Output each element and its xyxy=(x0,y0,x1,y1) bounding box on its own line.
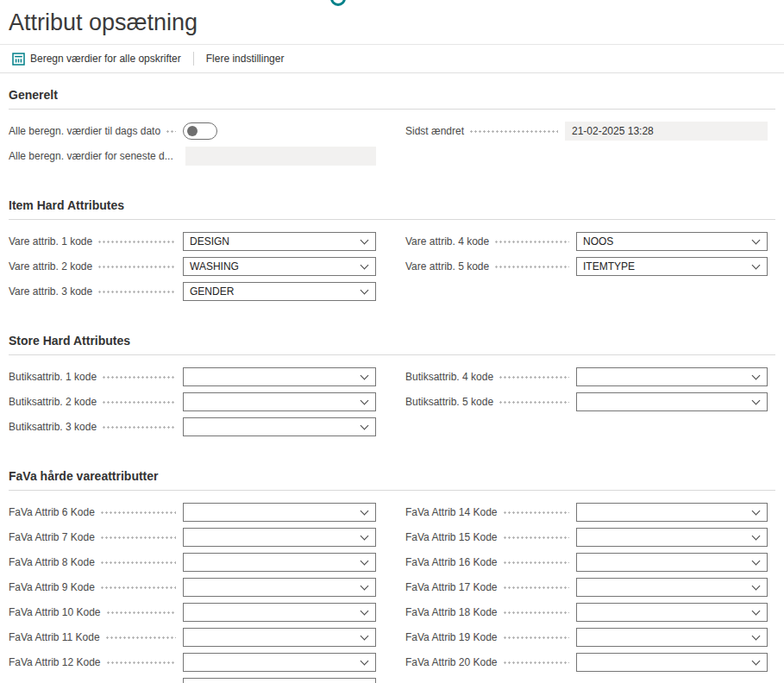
combo-value: WASHING xyxy=(190,260,361,273)
toggle-knob xyxy=(187,126,198,136)
field-row: Vare attrib. 5 kode ITEMTYPE xyxy=(405,254,768,279)
field-label: Butiksattrib. 5 kode xyxy=(405,396,497,408)
fava-attrib-7-kode-combobox[interactable] xyxy=(183,528,376,547)
chevron-down-icon xyxy=(361,508,369,517)
butiksattrib-1-kode-combobox[interactable] xyxy=(183,367,376,386)
fava-attrib-14-kode-combobox[interactable] xyxy=(576,503,768,522)
field-label: FaVa Attrib 8 Kode xyxy=(9,556,98,568)
dotted-leader xyxy=(100,511,176,514)
field-row: FaVa Attrib 20 Kode xyxy=(405,649,768,674)
chevron-down-icon xyxy=(752,373,761,381)
vare-attrib-4-kode-combobox[interactable]: NOOS xyxy=(576,232,768,251)
field-label: Butiksattrib. 1 kode xyxy=(9,371,100,383)
section-general: Generelt Alle beregn. værdier til dags d… xyxy=(9,84,775,168)
section-heading-general: Generelt xyxy=(9,84,775,110)
chevron-down-icon xyxy=(361,658,369,667)
field-label: FaVa Attrib 10 Kode xyxy=(9,606,104,618)
fava-attrib-8-kode-combobox[interactable] xyxy=(183,553,376,572)
chevron-down-icon xyxy=(752,608,761,617)
chevron-down-icon xyxy=(752,508,761,517)
fava-attrib-19-kode-combobox[interactable] xyxy=(576,628,768,647)
field-row: FaVa Attrib 16 Kode xyxy=(405,549,768,574)
calc-values-button-label: Beregn værdier for alle opskrifter xyxy=(30,53,181,65)
field-label: Vare attrib. 3 kode xyxy=(9,285,96,298)
dotted-leader xyxy=(97,266,176,268)
dotted-leader xyxy=(499,376,569,379)
fava-attrib-13-kode-combobox[interactable] xyxy=(183,678,376,683)
field-label: Alle beregn. værdier for seneste d... xyxy=(9,150,177,162)
chevron-down-icon xyxy=(752,558,761,567)
dotted-leader xyxy=(469,130,558,133)
field-row: FaVa Attrib 13 Kode xyxy=(9,674,376,683)
field-row: Butiksattrib. 5 kode xyxy=(405,389,768,414)
chevron-down-icon xyxy=(361,373,369,381)
field-row: FaVa Attrib 18 Kode xyxy=(405,599,768,624)
field-row: FaVa Attrib 19 Kode xyxy=(405,624,768,649)
field-label: Butiksattrib. 4 kode xyxy=(405,371,497,383)
chevron-down-icon xyxy=(361,608,369,617)
combo-value: NOOS xyxy=(583,235,752,248)
fava-attrib-11-kode-combobox[interactable] xyxy=(183,628,376,647)
field-row: Sidst ændret 21-02-2025 13:28 xyxy=(405,118,768,143)
fava-attrib-15-kode-combobox[interactable] xyxy=(576,528,768,547)
vare-attrib-3-kode-combobox[interactable]: GENDER xyxy=(183,282,376,301)
action-toolbar: Beregn værdier for alle opskrifter Flere… xyxy=(0,44,784,73)
dotted-leader xyxy=(166,130,176,133)
field-row: Alle beregn. værdier til dags dato xyxy=(9,118,376,143)
fava-attrib-10-kode-combobox[interactable] xyxy=(183,603,376,622)
fava-attrib-18-kode-combobox[interactable] xyxy=(576,603,768,622)
calc-values-today-toggle[interactable] xyxy=(183,122,217,140)
calc-values-button[interactable]: Beregn værdier for alle opskrifter xyxy=(3,45,190,72)
chevron-down-icon xyxy=(752,262,761,271)
fava-attrib-6-kode-combobox[interactable] xyxy=(183,503,376,522)
field-row: Butiksattrib. 1 kode xyxy=(9,364,376,389)
field-row: FaVa Attrib 17 Kode xyxy=(405,574,768,599)
fava-attrib-12-kode-combobox[interactable] xyxy=(183,653,376,672)
vare-attrib-1-kode-combobox[interactable]: DESIGN xyxy=(183,232,376,251)
dotted-leader xyxy=(494,266,569,268)
vare-attrib-5-kode-combobox[interactable]: ITEMTYPE xyxy=(576,257,768,276)
dotted-leader xyxy=(503,586,569,589)
field-label: FaVa Attrib 14 Kode xyxy=(405,506,501,518)
section-heading-fava: FaVa hårde vareattributter xyxy=(9,465,775,491)
chevron-down-icon xyxy=(752,633,761,642)
dotted-leader xyxy=(503,561,569,564)
dotted-leader xyxy=(102,426,176,429)
fava-attrib-16-kode-combobox[interactable] xyxy=(576,553,768,572)
field-row: FaVa Attrib 6 Kode xyxy=(9,499,376,524)
field-row: Alle beregn. værdier for seneste d... xyxy=(9,143,376,168)
chevron-down-icon xyxy=(361,262,369,271)
attribute-setup-page: Attribut opsætning Beregn værdier for al… xyxy=(0,0,784,683)
fava-attrib-17-kode-combobox[interactable] xyxy=(576,578,768,597)
dotted-leader xyxy=(100,536,176,539)
field-row: Vare attrib. 3 kode GENDER xyxy=(9,279,376,304)
toolbar-separator xyxy=(193,52,194,66)
field-label: Vare attrib. 4 kode xyxy=(405,235,492,248)
fava-attrib-20-kode-combobox[interactable] xyxy=(576,653,768,672)
chevron-down-icon xyxy=(361,398,369,406)
field-row: FaVa Attrib 9 Kode xyxy=(9,574,376,599)
more-options-button[interactable]: Flere indstillinger xyxy=(198,45,293,72)
butiksattrib-5-kode-combobox[interactable] xyxy=(576,392,768,411)
field-row: FaVa Attrib 10 Kode xyxy=(9,599,376,624)
vare-attrib-2-kode-combobox[interactable]: WASHING xyxy=(183,257,376,276)
combo-value: ITEMTYPE xyxy=(583,260,752,273)
field-label: Butiksattrib. 3 kode xyxy=(9,421,100,433)
field-row: FaVa Attrib 12 Kode xyxy=(9,649,376,674)
more-options-button-label: Flere indstillinger xyxy=(206,53,285,65)
field-label: FaVa Attrib 15 Kode xyxy=(405,531,501,543)
chevron-down-icon xyxy=(361,633,369,642)
butiksattrib-4-kode-combobox[interactable] xyxy=(576,367,768,386)
section-heading-store-hard: Store Hard Attributes xyxy=(9,329,775,355)
combo-value: GENDER xyxy=(190,285,361,298)
field-label: FaVa Attrib 7 Kode xyxy=(9,531,98,543)
dotted-leader xyxy=(503,661,569,664)
chevron-down-icon xyxy=(752,658,761,667)
field-row: FaVa Attrib 14 Kode xyxy=(405,499,768,524)
dotted-leader xyxy=(503,536,569,539)
butiksattrib-2-kode-combobox[interactable] xyxy=(183,392,376,411)
fava-attrib-9-kode-combobox[interactable] xyxy=(183,578,376,597)
chevron-down-icon xyxy=(752,533,761,542)
butiksattrib-3-kode-combobox[interactable] xyxy=(183,417,376,436)
dotted-leader xyxy=(102,401,176,404)
